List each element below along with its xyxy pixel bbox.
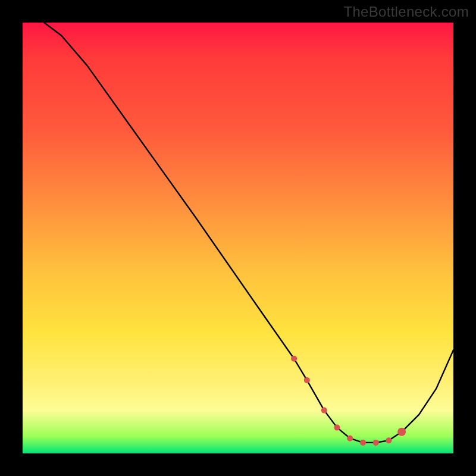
marker-dot	[347, 436, 353, 441]
plot-area	[23, 23, 453, 453]
marker-dot	[334, 425, 340, 431]
chart-svg	[23, 23, 453, 453]
chart-frame: TheBottleneck.com	[0, 0, 476, 476]
marker-group	[291, 356, 406, 446]
marker-dot	[386, 437, 392, 443]
marker-dot	[321, 408, 327, 414]
marker-dot	[397, 428, 406, 436]
marker-dot	[373, 440, 379, 446]
watermark-text: TheBottleneck.com	[343, 4, 469, 20]
marker-dot	[291, 356, 297, 362]
marker-dot	[360, 440, 366, 446]
curve-path	[44, 23, 453, 443]
marker-dot	[304, 377, 310, 383]
